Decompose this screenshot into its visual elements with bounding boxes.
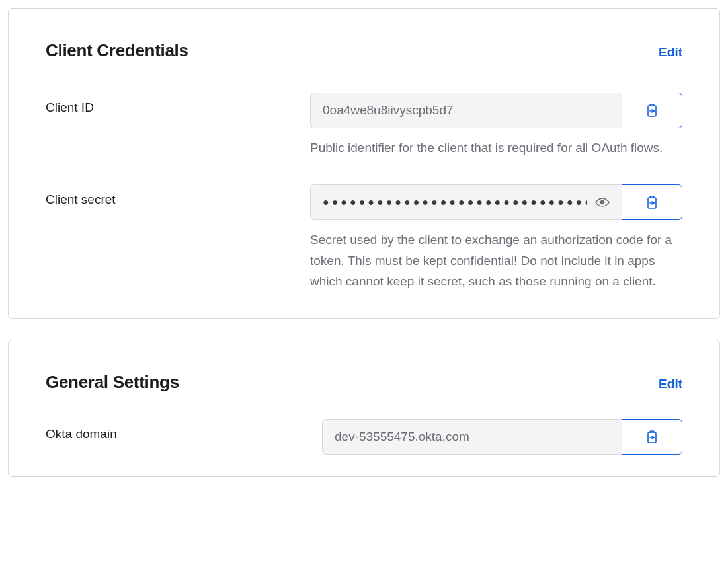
client-secret-help: Secret used by the client to exchange an…: [310, 229, 682, 291]
okta-domain-input-group: dev-53555475.okta.com: [322, 419, 682, 455]
okta-domain-value[interactable]: dev-53555475.okta.com: [322, 419, 622, 455]
client-secret-input-group: ●●●●●●●●●●●●●●●●●●●●●●●●●●●●●●: [310, 184, 682, 220]
client-id-label: Client ID: [46, 93, 310, 158]
card-title: Client Credentials: [46, 40, 188, 61]
client-id-row: Client ID 0oa4we8u8iivyscpb5d7: [46, 93, 682, 158]
client-id-body: 0oa4we8u8iivyscpb5d7 Public identifier f…: [310, 93, 682, 158]
client-secret-label: Client secret: [46, 184, 310, 291]
client-secret-row: Client secret ●●●●●●●●●●●●●●●●●●●●●●●●●●…: [46, 184, 682, 291]
svg-point-1: [601, 201, 604, 204]
copy-okta-domain-button[interactable]: [622, 419, 682, 455]
okta-domain-body: dev-53555475.okta.com: [322, 419, 682, 455]
client-secret-body: ●●●●●●●●●●●●●●●●●●●●●●●●●●●●●●: [310, 184, 682, 291]
client-id-input-group: 0oa4we8u8iivyscpb5d7: [310, 93, 682, 128]
client-secret-value[interactable]: ●●●●●●●●●●●●●●●●●●●●●●●●●●●●●●: [310, 184, 622, 220]
copy-client-id-button[interactable]: [622, 93, 682, 128]
card-header: Client Credentials Edit: [46, 40, 682, 61]
client-credentials-card: Client Credentials Edit Client ID 0oa4we…: [8, 8, 720, 319]
section-divider: [46, 476, 682, 476]
card-title: General Settings: [46, 372, 179, 393]
edit-credentials-link[interactable]: Edit: [659, 45, 682, 59]
okta-domain-label: Okta domain: [46, 419, 322, 455]
clipboard-icon: [645, 430, 659, 444]
edit-general-link[interactable]: Edit: [659, 377, 682, 391]
reveal-secret-button[interactable]: [595, 197, 610, 208]
client-id-value[interactable]: 0oa4we8u8iivyscpb5d7: [310, 93, 622, 128]
eye-icon: [595, 197, 610, 208]
clipboard-icon: [645, 103, 659, 118]
client-id-help: Public identifier for the client that is…: [310, 137, 682, 158]
clipboard-icon: [645, 195, 659, 209]
okta-domain-row: Okta domain dev-53555475.okta.com: [46, 419, 682, 455]
copy-client-secret-button[interactable]: [622, 184, 682, 220]
general-settings-card: General Settings Edit Okta domain dev-53…: [8, 340, 720, 477]
card-header: General Settings Edit: [46, 372, 682, 393]
masked-secret: ●●●●●●●●●●●●●●●●●●●●●●●●●●●●●●: [323, 196, 587, 208]
